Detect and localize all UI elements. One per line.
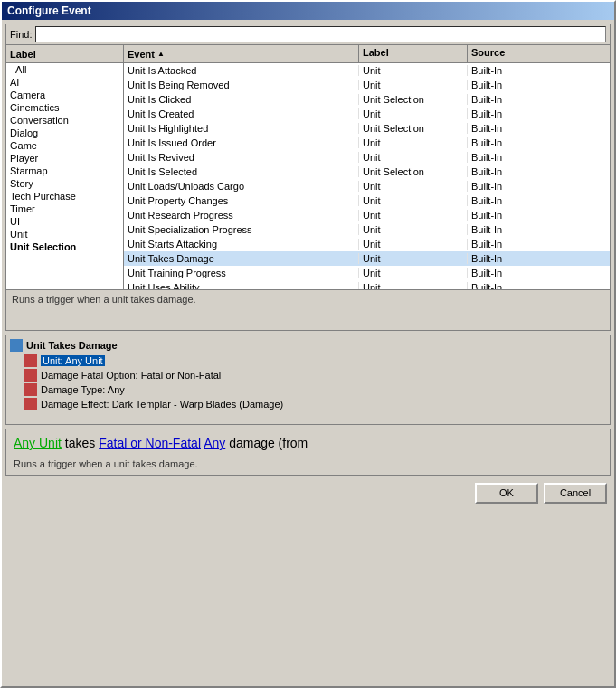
label-item[interactable]: Story (6, 177, 123, 190)
cell-event: Unit Is Selected (124, 166, 359, 177)
tree-item[interactable]: Unit: Any Unit (10, 353, 606, 368)
label-item[interactable]: Camera (6, 89, 123, 101)
cell-source: Built-In (468, 181, 610, 192)
ok-button[interactable]: OK (475, 483, 538, 504)
table-row[interactable]: Unit Is AttackedUnitBuilt-In (124, 63, 610, 78)
label-item[interactable]: Starmap (6, 165, 123, 177)
cell-event: Unit Takes Damage (124, 253, 359, 264)
table-row[interactable]: Unit Property ChangesUnitBuilt-In (124, 193, 610, 208)
table-row[interactable]: Unit Is HighlightedUnit SelectionBuilt-I… (124, 121, 610, 136)
event-tree-section: Unit Takes Damage Unit: Any UnitDamage F… (5, 335, 611, 425)
table-row[interactable]: Unit Research ProgressUnitBuilt-In (124, 208, 610, 222)
label-item[interactable]: Dialog (6, 127, 123, 139)
cell-label: Unit (359, 108, 468, 119)
cell-event: Unit Is Revived (124, 152, 359, 163)
cell-label: Unit (359, 282, 468, 289)
tree-item-icon (24, 383, 37, 396)
tree-item-label: Damage Type: Any (41, 384, 125, 395)
label-item[interactable]: Tech Purchase (6, 190, 123, 203)
label-item[interactable]: Unit (6, 228, 123, 240)
find-input[interactable] (35, 26, 606, 42)
tree-item[interactable]: Damage Type: Any (10, 382, 606, 397)
label-item[interactable]: Timer (6, 203, 123, 215)
table-row[interactable]: Unit Starts AttackingUnitBuilt-In (124, 237, 610, 251)
tree-item-label: Unit: Any Unit (41, 355, 105, 366)
cell-event: Unit Research Progress (124, 210, 359, 221)
table-row[interactable]: Unit Is CreatedUnitBuilt-In (124, 107, 610, 121)
label-item[interactable]: Unit Selection (6, 240, 123, 253)
cell-event: Unit Property Changes (124, 195, 359, 206)
cell-label: Unit (359, 239, 468, 250)
event-title-text: Unit Takes Damage (26, 340, 118, 351)
tree-item[interactable]: Damage Fatal Option: Fatal or Non-Fatal (10, 368, 606, 382)
cell-source: Built-In (468, 137, 610, 148)
title-bar: Configure Event (2, 2, 614, 20)
tree-item-label: Damage Effect: Dark Templar - Warp Blade… (41, 399, 283, 410)
label-item[interactable]: Player (6, 152, 123, 165)
label-item[interactable]: AI (6, 76, 123, 89)
table-row[interactable]: Unit Is Being RemovedUnitBuilt-In (124, 78, 610, 92)
tree-items-list: Unit: Any UnitDamage Fatal Option: Fatal… (10, 353, 606, 411)
find-label: Find: (10, 29, 32, 40)
table-row[interactable]: Unit Loads/Unloads CargoUnitBuilt-In (124, 179, 610, 193)
bottom-section: Any Unit takes Fatal or Non-Fatal Any da… (5, 429, 611, 476)
table-row[interactable]: Unit Specialization ProgressUnitBuilt-In (124, 222, 610, 237)
table-row[interactable]: Unit Uses AbilityUnitBuilt-In (124, 280, 610, 289)
top-section: Find: Label - AllAICameraCinematicsConve… (5, 24, 611, 331)
tree-item-icon (24, 369, 37, 382)
cell-source: Built-In (468, 166, 610, 177)
col-source-header[interactable]: Source (468, 45, 610, 62)
cell-label: Unit (359, 253, 468, 264)
cell-label: Unit (359, 181, 468, 192)
cell-event: Unit Uses Ability (124, 282, 359, 289)
bottom-description-text: Runs a trigger when a unit takes damage. (14, 458, 602, 469)
cell-label: Unit Selection (359, 123, 468, 134)
label-item[interactable]: Conversation (6, 114, 123, 127)
table-row[interactable]: Unit Is ClickedUnit SelectionBuilt-In (124, 92, 610, 107)
label-panel-header: Label (6, 45, 123, 63)
col-label-header[interactable]: Label (359, 45, 468, 62)
cell-label: Unit (359, 65, 468, 76)
table-row[interactable]: Unit Training ProgressUnitBuilt-In (124, 266, 610, 280)
cell-event: Unit Is Highlighted (124, 123, 359, 134)
cell-event: Unit Is Attacked (124, 65, 359, 76)
tree-item[interactable]: Damage Effect: Dark Templar - Warp Blade… (10, 397, 606, 411)
sort-arrow-icon: ▲ (157, 50, 165, 58)
cell-source: Built-In (468, 94, 610, 105)
cell-event: Unit Is Created (124, 108, 359, 119)
table-row[interactable]: Unit Is RevivedUnitBuilt-In (124, 150, 610, 165)
cell-source: Built-In (468, 123, 610, 134)
label-item[interactable]: - All (6, 63, 123, 76)
col-event-header[interactable]: Event ▲ (124, 45, 359, 62)
button-bar: OK Cancel (5, 479, 611, 505)
table-row[interactable]: Unit Takes DamageUnitBuilt-In (124, 251, 610, 266)
any-link[interactable]: Any (204, 436, 225, 450)
cell-label: Unit (359, 195, 468, 206)
damage-text: damage (from (229, 436, 308, 450)
cancel-button[interactable]: Cancel (544, 483, 607, 504)
table-row[interactable]: Unit Is SelectedUnit SelectionBuilt-In (124, 165, 610, 179)
main-panels: Label - AllAICameraCinematicsConversatio… (6, 45, 610, 289)
event-title-icon (10, 339, 23, 352)
fatal-link[interactable]: Fatal or Non-Fatal (99, 436, 201, 450)
table-row[interactable]: Unit Is Issued OrderUnitBuilt-In (124, 136, 610, 150)
event-table-body[interactable]: Unit Is AttackedUnitBuilt-InUnit Is Bein… (124, 63, 610, 289)
cell-label: Unit (359, 152, 468, 163)
tree-item-icon (24, 354, 37, 367)
cell-label: Unit (359, 268, 468, 278)
cell-label: Unit (359, 137, 468, 148)
label-item[interactable]: Game (6, 139, 123, 152)
label-item[interactable]: UI (6, 215, 123, 228)
cell-event: Unit Is Being Removed (124, 80, 359, 90)
cell-source: Built-In (468, 268, 610, 278)
label-item[interactable]: Cinematics (6, 101, 123, 114)
cell-label: Unit Selection (359, 94, 468, 105)
label-panel: Label - AllAICameraCinematicsConversatio… (6, 45, 124, 289)
cell-source: Built-In (468, 108, 610, 119)
cell-event: Unit Specialization Progress (124, 224, 359, 235)
cell-source: Built-In (468, 239, 610, 250)
event-tree-title: Unit Takes Damage (10, 339, 606, 352)
cell-event: Unit Is Clicked (124, 94, 359, 105)
cell-source: Built-In (468, 282, 610, 289)
any-unit-link[interactable]: Any Unit (14, 436, 62, 450)
